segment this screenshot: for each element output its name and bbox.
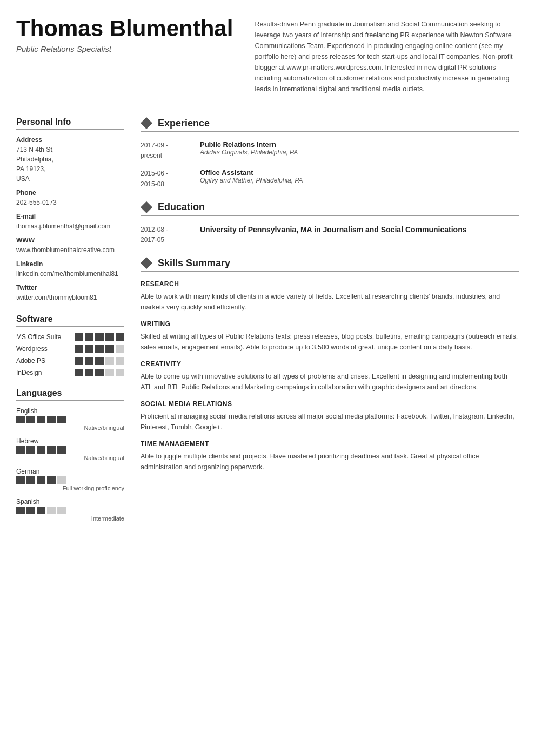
experience-item: 2015-06 -2015-08Office AssistantOgilvy a… xyxy=(141,168,519,189)
twitter-value: twitter.com/thommybloom81 xyxy=(16,293,124,302)
experience-details: Office AssistantOgilvy and Mather, Phila… xyxy=(200,168,519,189)
email-value: thomas.j.blumenthal@gmail.com xyxy=(16,221,124,231)
bar-empty xyxy=(57,476,66,484)
software-name: Adobe PS xyxy=(16,357,75,364)
address-value: 713 N 4th St,Philadelphia,PA 19123,USA xyxy=(16,145,124,184)
bar-empty xyxy=(105,369,114,376)
skill-title: RESEARCH xyxy=(141,280,519,288)
bar-empty xyxy=(105,357,114,364)
bar-filled xyxy=(95,333,104,341)
linkedin-label: LinkedIn xyxy=(16,260,124,268)
bar-filled xyxy=(26,446,35,454)
language-name: Spanish xyxy=(16,498,124,505)
language-item: SpanishIntermediate xyxy=(16,498,124,522)
bar-empty xyxy=(57,507,66,514)
phone-value: 202-555-0173 xyxy=(16,198,124,207)
skill-description: Skilled at writing all types of Public R… xyxy=(141,331,519,353)
candidate-name: Thomas Blumenthal xyxy=(16,16,233,41)
skill-title: TIME MANAGEMENT xyxy=(141,440,519,448)
software-item: Wordpress xyxy=(16,345,124,353)
experience-list: 2017-09 -presentPublic Relations InternA… xyxy=(141,140,519,190)
bar-filled xyxy=(37,507,45,514)
software-heading: Software xyxy=(16,314,124,327)
skills-list: RESEARCHAble to work with many kinds of … xyxy=(141,280,519,473)
phone-label: Phone xyxy=(16,189,124,197)
education-item: 2012-08 -2017-05University of Pennsylvan… xyxy=(141,225,519,245)
bar-filled xyxy=(116,333,124,341)
skill-description: Able to juggle multiple clients and proj… xyxy=(141,451,519,473)
language-item: EnglishNative/bilingual xyxy=(16,407,124,431)
language-bars xyxy=(16,446,124,454)
software-item: InDesign xyxy=(16,369,124,376)
www-label: WWW xyxy=(16,237,124,244)
skill-title: SOCIAL MEDIA RELATIONS xyxy=(141,400,519,408)
bar-filled xyxy=(26,476,35,484)
header-summary: Results-driven Penn graduate in Journali… xyxy=(255,16,519,94)
skills-icon xyxy=(141,257,152,269)
experience-item: 2017-09 -presentPublic Relations InternA… xyxy=(141,140,519,161)
bar-filled xyxy=(16,476,25,484)
bar-filled xyxy=(85,333,93,341)
software-bars xyxy=(75,345,124,353)
bar-filled xyxy=(47,476,56,484)
right-column: Experience 2017-09 -presentPublic Relati… xyxy=(141,105,519,528)
education-details: University of Pennsylvania, MA in Journa… xyxy=(200,225,519,245)
software-section: MS Office SuiteWordpressAdobe PSInDesign xyxy=(16,333,124,376)
language-name: Hebrew xyxy=(16,437,124,445)
bar-filled xyxy=(105,333,114,341)
bar-filled xyxy=(95,357,104,364)
experience-company: Adidas Originals, Philadelphia, PA xyxy=(200,148,519,156)
languages-heading: Languages xyxy=(16,388,124,401)
education-dates: 2012-08 -2017-05 xyxy=(141,225,189,245)
language-level: Native/bilingual xyxy=(16,424,124,431)
bar-filled xyxy=(16,507,25,514)
experience-dates: 2017-09 -present xyxy=(141,140,189,161)
bar-filled xyxy=(37,476,45,484)
skills-summary-heading: Skills Summary xyxy=(141,257,519,272)
language-bars xyxy=(16,476,124,484)
software-item: Adobe PS xyxy=(16,357,124,364)
experience-dates: 2015-06 -2015-08 xyxy=(141,168,189,189)
language-level: Full working proficiency xyxy=(16,485,124,491)
header-left: Thomas Blumenthal Public Relations Speci… xyxy=(16,16,233,53)
bar-filled xyxy=(26,507,35,514)
www-value: www.thomblumenthalcreative.com xyxy=(16,245,124,255)
experience-heading: Experience xyxy=(141,117,519,132)
bar-filled xyxy=(26,416,35,423)
bar-filled xyxy=(75,357,83,364)
twitter-label: Twitter xyxy=(16,284,124,292)
language-bars xyxy=(16,507,124,514)
candidate-title: Public Relations Specialist xyxy=(16,44,233,53)
software-bars xyxy=(75,357,124,364)
bar-filled xyxy=(95,369,104,376)
software-bars xyxy=(75,333,124,341)
main-content: Personal Info Address 713 N 4th St,Phila… xyxy=(0,105,535,528)
bar-filled xyxy=(57,416,66,423)
software-name: MS Office Suite xyxy=(16,333,75,341)
bar-filled xyxy=(75,345,83,353)
bar-filled xyxy=(85,357,93,364)
resume-header: Thomas Blumenthal Public Relations Speci… xyxy=(0,0,535,105)
language-name: German xyxy=(16,468,124,475)
bar-filled xyxy=(75,369,83,376)
bar-filled xyxy=(47,446,56,454)
language-level: Native/bilingual xyxy=(16,455,124,461)
language-item: GermanFull working proficiency xyxy=(16,468,124,491)
bar-filled xyxy=(47,416,56,423)
bar-filled xyxy=(85,369,93,376)
experience-details: Public Relations InternAdidas Originals,… xyxy=(200,140,519,161)
skill-description: Able to work with many kinds of clients … xyxy=(141,291,519,313)
bar-filled xyxy=(75,333,83,341)
bar-empty xyxy=(116,345,124,353)
left-column: Personal Info Address 713 N 4th St,Phila… xyxy=(16,105,124,528)
language-item: HebrewNative/bilingual xyxy=(16,437,124,461)
education-icon xyxy=(141,201,152,213)
address-label: Address xyxy=(16,136,124,144)
skill-title: CREATIVITY xyxy=(141,360,519,368)
experience-role: Public Relations Intern xyxy=(200,140,519,148)
bar-filled xyxy=(37,416,45,423)
bar-empty xyxy=(116,357,124,364)
software-name: InDesign xyxy=(16,369,75,376)
skill-title: WRITING xyxy=(141,320,519,328)
bar-empty xyxy=(116,369,124,376)
